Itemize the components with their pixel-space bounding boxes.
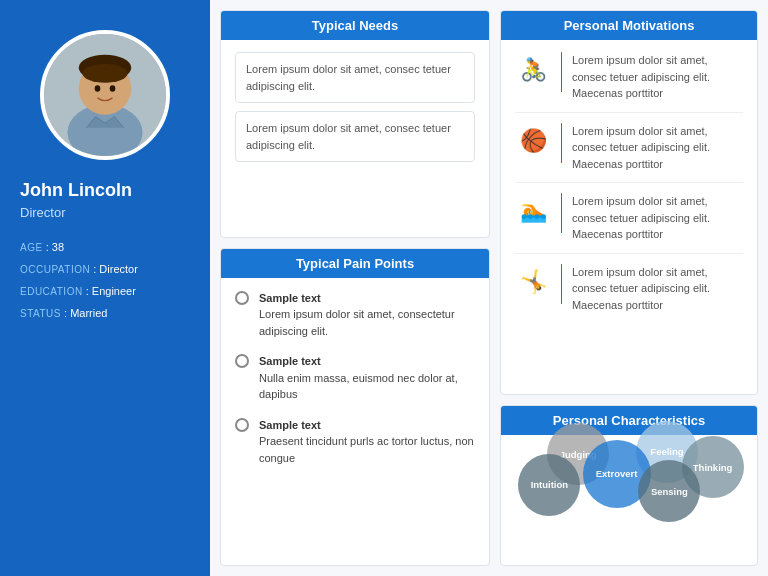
- typical-pain-body: Sample text Lorem ipsum dolor sit amet, …: [221, 278, 489, 565]
- motivation-text-0: Lorem ipsum dolor sit amet, consec tetue…: [572, 52, 743, 102]
- typical-pain-panel: Typical Pain Points Sample text Lorem ip…: [220, 248, 490, 566]
- right-column: Personal Motivations 🚴 Lorem ipsum dolor…: [500, 10, 758, 566]
- motivation-item-1: 🏀 Lorem ipsum dolor sit amet, consec tet…: [515, 123, 743, 184]
- education-row: EDUCATION : Engineer: [20, 280, 190, 302]
- motivation-item-3: 🤸 Lorem ipsum dolor sit amet, consec tet…: [515, 264, 743, 314]
- pain-text-2: Sample text Praesent tincidunt purls ac …: [259, 417, 475, 467]
- motivation-text-1: Lorem ipsum dolor sit amet, consec tetue…: [572, 123, 743, 173]
- motivation-divider-1: [561, 123, 562, 163]
- svg-point-4: [82, 64, 127, 83]
- typical-pain-header: Typical Pain Points: [221, 249, 489, 278]
- venn-diagram: JudgingFeelingExtrovertIntuitionThinking…: [511, 443, 747, 563]
- pain-circle-2: [235, 418, 249, 432]
- motivation-divider-2: [561, 193, 562, 233]
- pain-text-0: Sample text Lorem ipsum dolor sit amet, …: [259, 290, 475, 340]
- venn-circle-sensing: Sensing: [638, 460, 700, 522]
- pain-item-1: Sample text Nulla enim massa, euismod ne…: [235, 353, 475, 403]
- pain-text-1: Sample text Nulla enim massa, euismod ne…: [259, 353, 475, 403]
- motivations-panel: Personal Motivations 🚴 Lorem ipsum dolor…: [500, 10, 758, 395]
- pain-circle-1: [235, 354, 249, 368]
- motivations-body: 🚴 Lorem ipsum dolor sit amet, consec tet…: [501, 40, 757, 394]
- pain-circle-0: [235, 291, 249, 305]
- characteristics-body: JudgingFeelingExtrovertIntuitionThinking…: [501, 435, 757, 565]
- needs-item-2: Lorem ipsum dolor sit amet, consec tetue…: [235, 111, 475, 162]
- motivation-item-2: 🏊 Lorem ipsum dolor sit amet, consec tet…: [515, 193, 743, 254]
- motivation-text-3: Lorem ipsum dolor sit amet, consec tetue…: [572, 264, 743, 314]
- typical-needs-body: Lorem ipsum dolor sit amet, consec tetue…: [221, 40, 489, 237]
- svg-point-5: [95, 85, 101, 92]
- motivations-header: Personal Motivations: [501, 11, 757, 40]
- motivation-icon-3: 🤸: [515, 264, 551, 300]
- motivations-container: 🚴 Lorem ipsum dolor sit amet, consec tet…: [515, 52, 743, 313]
- venn-circle-intuition: Intuition: [518, 454, 580, 516]
- profile-name: John Lincoln: [20, 180, 190, 201]
- typical-needs-header: Typical Needs: [221, 11, 489, 40]
- pain-items-container: Sample text Lorem ipsum dolor sit amet, …: [235, 290, 475, 467]
- top-row: Typical Needs Lorem ipsum dolor sit amet…: [220, 10, 758, 566]
- main-content: Typical Needs Lorem ipsum dolor sit amet…: [210, 0, 768, 576]
- motivation-divider-0: [561, 52, 562, 92]
- age-row: AGE : 38: [20, 236, 190, 258]
- motivation-item-0: 🚴 Lorem ipsum dolor sit amet, consec tet…: [515, 52, 743, 113]
- motivation-divider-3: [561, 264, 562, 304]
- profile-info: AGE : 38 OCCUPATION : Director EDUCATION…: [20, 236, 190, 324]
- typical-needs-panel: Typical Needs Lorem ipsum dolor sit amet…: [220, 10, 490, 238]
- needs-item-1: Lorem ipsum dolor sit amet, consec tetue…: [235, 52, 475, 103]
- left-column: Typical Needs Lorem ipsum dolor sit amet…: [220, 10, 490, 566]
- sidebar: John Lincoln Director AGE : 38 OCCUPATIO…: [0, 0, 210, 576]
- profile-title: Director: [20, 205, 190, 220]
- svg-point-6: [110, 85, 116, 92]
- motivation-icon-1: 🏀: [515, 123, 551, 159]
- motivation-icon-0: 🚴: [515, 52, 551, 88]
- status-row: STATUS : Married: [20, 302, 190, 324]
- pain-item-0: Sample text Lorem ipsum dolor sit amet, …: [235, 290, 475, 340]
- avatar: [40, 30, 170, 160]
- characteristics-panel: Personal Characteristics JudgingFeelingE…: [500, 405, 758, 566]
- occupation-row: OCCUPATION : Director: [20, 258, 190, 280]
- motivation-icon-2: 🏊: [515, 193, 551, 229]
- characteristics-header: Personal Characteristics: [501, 406, 757, 435]
- pain-item-2: Sample text Praesent tincidunt purls ac …: [235, 417, 475, 467]
- motivation-text-2: Lorem ipsum dolor sit amet, consec tetue…: [572, 193, 743, 243]
